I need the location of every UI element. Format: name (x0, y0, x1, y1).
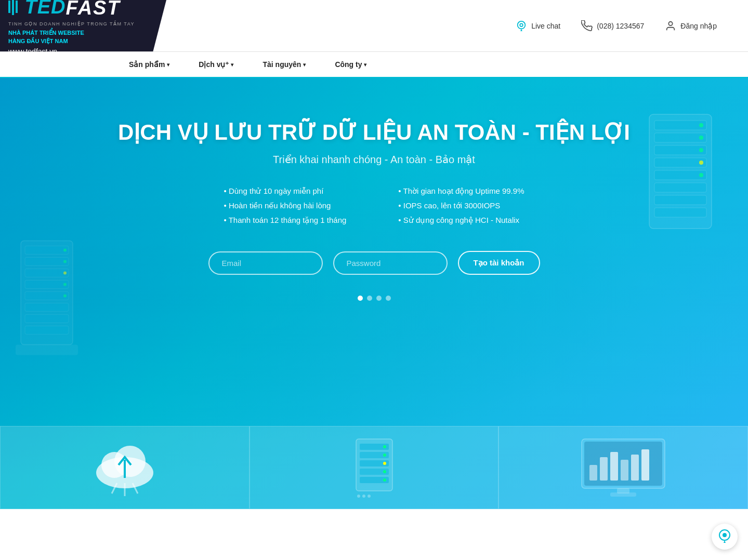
chevron-down-icon: ▾ (167, 62, 169, 68)
email-input[interactable] (208, 251, 323, 275)
ted-lines-icon (8, 0, 18, 15)
logo: TED FAST (8, 0, 158, 20)
top-bar: TED FAST TINH GỌN DOANH NGHIỆP TRONG TẦM… (0, 0, 748, 52)
user-icon (665, 20, 676, 32)
nav-item-congty[interactable]: Công ty ▾ (320, 51, 381, 77)
cloud-illustration (83, 431, 166, 504)
feature-item: • Dùng thử 10 ngày miễn phí (224, 186, 347, 196)
chevron-down-icon: ▾ (364, 62, 366, 68)
nav-item-dichvu[interactable]: Dịch vụ⁺ ▾ (184, 51, 248, 77)
feature-item: • Thời gian hoạt động Uptime 99.9% (398, 186, 524, 196)
svg-point-49 (383, 454, 386, 457)
chevron-down-icon: ▾ (231, 62, 233, 68)
features-right: • Thời gian hoạt động Uptime 99.9% • IOP… (398, 186, 524, 225)
features-left: • Dùng thử 10 ngày miễn phí • Hoàn tiền … (224, 186, 347, 225)
svg-rect-62 (631, 455, 639, 481)
svg-rect-61 (621, 460, 628, 481)
svg-rect-0 (8, 1, 10, 13)
phone-label: (028) 1234567 (597, 22, 644, 30)
login-label: Đăng nhập (680, 22, 717, 30)
phone-link[interactable]: (028) 1234567 (581, 20, 644, 32)
logo-subtitle: NHÀ PHÁT TRIỂN WEBSITE HÀNG ĐẦU VIỆT NAM (8, 29, 158, 46)
top-right-actions: Live chat (028) 1234567 Đăng nhập (166, 0, 748, 51)
logo-fast: FAST (66, 0, 121, 19)
svg-point-51 (383, 470, 386, 473)
live-chat-icon (516, 20, 527, 32)
server-illustration (333, 431, 416, 504)
feature-item: • Hoàn tiền nếu không hài lòng (224, 201, 347, 210)
bottom-cards (0, 426, 748, 509)
dot-2[interactable] (367, 296, 372, 301)
feature-item: • IOPS cao, lên tới 3000IOPS (398, 201, 524, 210)
hero-content: DỊCH VỤ LƯU TRỮ DỮ LIỆU AN TOÀN - TIỆN L… (0, 119, 748, 322)
phone-icon (581, 20, 593, 32)
logo-ted: TED (25, 0, 66, 18)
password-input[interactable] (333, 251, 448, 275)
dot-1[interactable] (358, 296, 363, 301)
svg-rect-1 (12, 0, 14, 15)
logo-area: TED FAST TINH GỌN DOANH NGHIỆP TRONG TẦM… (0, 0, 166, 51)
svg-point-52 (383, 478, 386, 482)
hero-title: DỊCH VỤ LƯU TRỮ DỮ LIỆU AN TOÀN - TIỆN L… (118, 119, 630, 145)
svg-rect-58 (589, 465, 597, 481)
live-chat-label: Live chat (531, 22, 560, 30)
svg-point-50 (383, 462, 386, 465)
bottom-card-dashboard (498, 426, 748, 509)
svg-point-53 (357, 495, 360, 498)
svg-rect-20 (16, 344, 78, 355)
svg-rect-60 (610, 452, 618, 481)
hero-features: • Dùng thử 10 ngày miễn phí • Hoàn tiền … (224, 186, 524, 225)
dot-4[interactable] (386, 296, 391, 301)
dot-3[interactable] (376, 296, 382, 301)
hero-form: Tạo tài khoản (208, 251, 540, 275)
live-chat-link[interactable]: Live chat (516, 20, 560, 32)
bottom-card-server (250, 426, 499, 509)
svg-point-48 (383, 445, 386, 448)
svg-point-54 (362, 495, 365, 498)
svg-rect-14 (25, 326, 69, 334)
logo-tagline: TINH GỌN DOANH NGHIỆP TRONG TẦM TAY (8, 21, 158, 26)
nav-item-sanpham[interactable]: Sản phẩm ▾ (114, 51, 184, 77)
svg-point-55 (368, 495, 371, 498)
dashboard-illustration (571, 431, 675, 504)
svg-rect-65 (610, 492, 636, 497)
svg-point-5 (669, 21, 673, 25)
hero-subtitle: Triển khai nhanh chóng - An toàn - Bảo m… (273, 153, 475, 166)
chevron-down-icon: ▾ (303, 62, 306, 68)
hero-section: DỊCH VỤ LƯU TRỮ DỮ LIỆU AN TOÀN - TIỆN L… (0, 78, 748, 509)
svg-point-3 (518, 21, 526, 29)
feature-item: • Thanh toán 12 tháng tặng 1 tháng (224, 216, 347, 225)
svg-point-37 (114, 446, 146, 477)
login-link[interactable]: Đăng nhập (665, 20, 717, 32)
nav-item-tainguyen[interactable]: Tài nguyên ▾ (248, 51, 320, 77)
nav-bar: Sản phẩm ▾ Dịch vụ⁺ ▾ Tài nguyên ▾ Công … (0, 52, 748, 78)
bottom-card-cloud (0, 426, 250, 509)
feature-item: • Sử dụng công nghệ HCI - Nutalix (398, 216, 524, 225)
create-account-button[interactable]: Tạo tài khoản (458, 251, 540, 275)
svg-rect-59 (600, 457, 608, 481)
carousel-dots (358, 296, 391, 301)
svg-point-4 (520, 23, 523, 26)
svg-rect-2 (16, 1, 18, 13)
svg-rect-63 (641, 449, 649, 481)
